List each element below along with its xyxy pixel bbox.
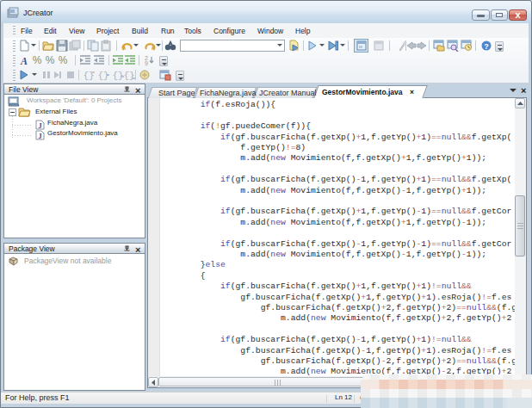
svg-text:%: % [46, 54, 55, 66]
svg-text:{}: {} [124, 71, 135, 81]
svg-text:?: ? [484, 42, 489, 51]
svg-text:{}: {} [98, 71, 109, 81]
svg-text:A: A [20, 55, 28, 66]
svg-text:J: J [38, 121, 42, 130]
svg-text:%: % [33, 54, 42, 66]
svg-text:9: 9 [145, 60, 148, 66]
svg-text:%: % [59, 54, 68, 66]
svg-text:{}: {} [113, 71, 124, 81]
svg-text:J: J [38, 132, 42, 140]
